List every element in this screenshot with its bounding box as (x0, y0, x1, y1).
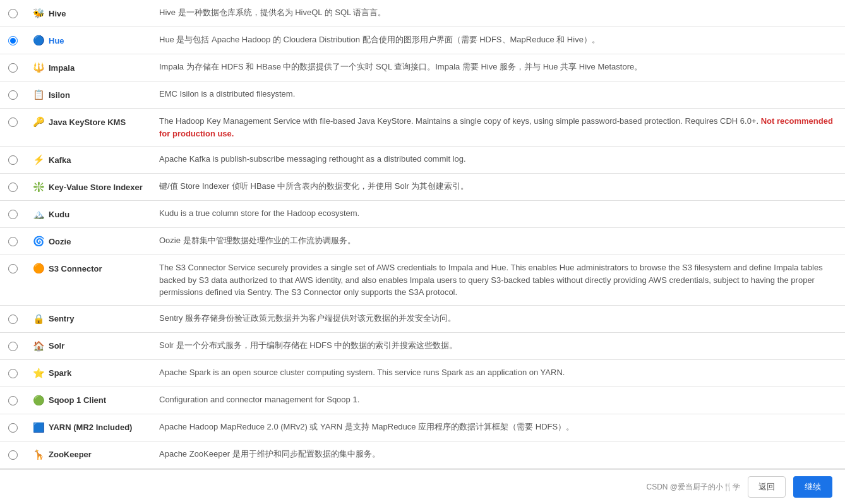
table-row: 🟠S3 ConnectorThe S3 Connector Service se… (0, 255, 845, 306)
table-row: 🏔️KuduKudu is a true column store for th… (0, 201, 845, 228)
service-name-cell: 🟢Sqoop 1 Client (25, 387, 152, 414)
radio-cell (0, 441, 25, 468)
radio-cell (0, 305, 25, 332)
radio-cell (0, 147, 25, 174)
service-name-cell: 📋Isilon (25, 81, 152, 109)
key-value-store-indexer-icon: ❇️ (33, 181, 45, 193)
service-name-cell: 🔒Sentry (25, 305, 152, 332)
radio-impala[interactable] (8, 63, 18, 73)
service-description: The S3 Connector Service securely provid… (152, 255, 845, 306)
service-label: Sqoop 1 Client (49, 395, 106, 405)
table-row: ❇️Key-Value Store Indexer键/值 Store Index… (0, 174, 845, 201)
radio-java-keystore-kms[interactable] (8, 117, 18, 127)
yarn-icon: 🟦 (33, 422, 45, 433)
service-name-cell: 🔱Impala (25, 54, 152, 81)
service-description: Sentry 服务存储身份验证政策元数据并为客户端提供对该元数据的并发安全访问。 (152, 305, 845, 332)
service-name-cell: 🟦YARN (MR2 Included) (25, 414, 152, 441)
table-row: 🐝HiveHive 是一种数据仓库系统，提供名为 HiveQL 的 SQL 语言… (0, 0, 845, 27)
radio-cell (0, 81, 25, 109)
radio-cell (0, 359, 25, 387)
radio-cell (0, 0, 25, 27)
radio-spark[interactable] (8, 369, 18, 378)
service-label: Kafka (49, 155, 71, 165)
oozie-icon: 🌀 (33, 236, 45, 247)
service-description: Apache ZooKeeper 是用于维护和同步配置数据的集中服务。 (152, 441, 845, 468)
service-name-cell: 🦒ZooKeeper (25, 441, 152, 468)
service-name-cell: 🌀Oozie (25, 228, 152, 255)
footer-bar: CSDN @爱当厨子的小🍴学 返回 继续 (0, 469, 845, 504)
service-description: Impala 为存储在 HDFS 和 HBase 中的数据提供了一个实时 SQL… (152, 54, 845, 81)
service-name-cell: 🔵Hue (25, 27, 152, 54)
table-row: ⚡KafkaApache Kafka is publish-subscribe … (0, 147, 845, 174)
service-label: YARN (MR2 Included) (49, 423, 132, 432)
sqoop1-client-icon: 🟢 (33, 395, 45, 406)
service-description: 键/值 Store Indexer 侦听 HBase 中所含表内的数据变化，并使… (152, 174, 845, 201)
radio-cell (0, 54, 25, 81)
service-description: Oozie 是群集中管理数据处理作业的工作流协调服务。 (152, 228, 845, 255)
service-label: Kudu (49, 210, 69, 219)
zookeeper-icon: 🦒 (33, 449, 45, 460)
table-row: 🔱ImpalaImpala 为存储在 HDFS 和 HBase 中的数据提供了一… (0, 54, 845, 81)
continue-button[interactable]: 继续 (793, 476, 832, 498)
radio-cell (0, 27, 25, 54)
service-label: Spark (49, 368, 71, 378)
kafka-icon: ⚡ (33, 154, 45, 165)
table-row: 🔑Java KeyStore KMSThe Hadoop Key Managem… (0, 109, 845, 147)
table-row: 🟢Sqoop 1 ClientConfiguration and connect… (0, 387, 845, 414)
service-label: Sentry (49, 314, 74, 323)
service-name-cell: ❇️Key-Value Store Indexer (25, 174, 152, 201)
service-description: Hue 是与包括 Apache Hadoop 的 Cloudera Distri… (152, 27, 845, 54)
table-row: 🔒SentrySentry 服务存储身份验证政策元数据并为客户端提供对该元数据的… (0, 305, 845, 332)
service-label: Key-Value Store Indexer (49, 183, 143, 192)
table-row: 🏠SolrSolr 是一个分布式服务，用于编制存储在 HDFS 中的数据的索引并… (0, 332, 845, 359)
radio-zookeeper[interactable] (8, 450, 18, 460)
hue-icon: 🔵 (33, 35, 45, 46)
radio-oozie[interactable] (8, 237, 18, 246)
radio-isilon[interactable] (8, 90, 18, 100)
table-row: 🌀OozieOozie 是群集中管理数据处理作业的工作流协调服务。 (0, 228, 845, 255)
table-row: ⭐SparkApache Spark is an open source clu… (0, 359, 845, 387)
radio-cell (0, 109, 25, 147)
service-label: Solr (49, 341, 64, 351)
radio-solr[interactable] (8, 342, 18, 351)
radio-yarn[interactable] (8, 423, 18, 433)
service-description: The Hadoop Key Management Service with f… (152, 109, 845, 147)
radio-cell (0, 228, 25, 255)
table-row: 📋IsilonEMC Isilon is a distributed files… (0, 81, 845, 109)
radio-kafka[interactable] (8, 155, 18, 165)
kudu-icon: 🏔️ (33, 208, 45, 220)
service-label: Java KeyStore KMS (49, 117, 126, 127)
service-name-cell: 🐝Hive (25, 0, 152, 27)
radio-sentry[interactable] (8, 315, 18, 324)
table-row: 🦒ZooKeeperApache ZooKeeper 是用于维护和同步配置数据的… (0, 441, 845, 468)
service-description: Apache Hadoop MapReduce 2.0 (MRv2) 或 YAR… (152, 414, 845, 441)
solr-icon: 🏠 (33, 340, 45, 352)
service-name-cell: ⭐Spark (25, 359, 152, 387)
table-row: 🟦YARN (MR2 Included)Apache Hadoop MapRed… (0, 414, 845, 441)
radio-s3-connector[interactable] (8, 264, 18, 273)
radio-key-value-store-indexer[interactable] (8, 183, 18, 192)
radio-cell (0, 332, 25, 359)
service-description: EMC Isilon is a distributed filesystem. (152, 81, 845, 109)
service-label: Oozie (49, 237, 71, 246)
radio-cell (0, 174, 25, 201)
service-name-cell: 🏔️Kudu (25, 201, 152, 228)
radio-kudu[interactable] (8, 210, 18, 219)
radio-sqoop1-client[interactable] (8, 396, 18, 405)
service-description: Apache Spark is an open source cluster c… (152, 359, 845, 387)
service-description: Configuration and connector management f… (152, 387, 845, 414)
s3-connector-icon: 🟠 (33, 263, 45, 274)
page-wrapper: 🐝HiveHive 是一种数据仓库系统，提供名为 HiveQL 的 SQL 语言… (0, 0, 845, 504)
back-button[interactable]: 返回 (748, 476, 786, 498)
services-table: 🐝HiveHive 是一种数据仓库系统，提供名为 HiveQL 的 SQL 语言… (0, 0, 845, 469)
service-description: Kudu is a true column store for the Hado… (152, 201, 845, 228)
radio-hue[interactable] (8, 36, 18, 45)
sentry-icon: 🔒 (33, 313, 45, 325)
impala-icon: 🔱 (33, 62, 45, 73)
service-name-cell: 🔑Java KeyStore KMS (25, 109, 152, 147)
radio-hive[interactable] (8, 9, 18, 18)
service-label: Impala (49, 63, 75, 73)
csdn-label: CSDN @爱当厨子的小🍴学 (646, 482, 740, 493)
service-label: Isilon (49, 90, 70, 100)
spark-icon: ⭐ (33, 368, 45, 379)
